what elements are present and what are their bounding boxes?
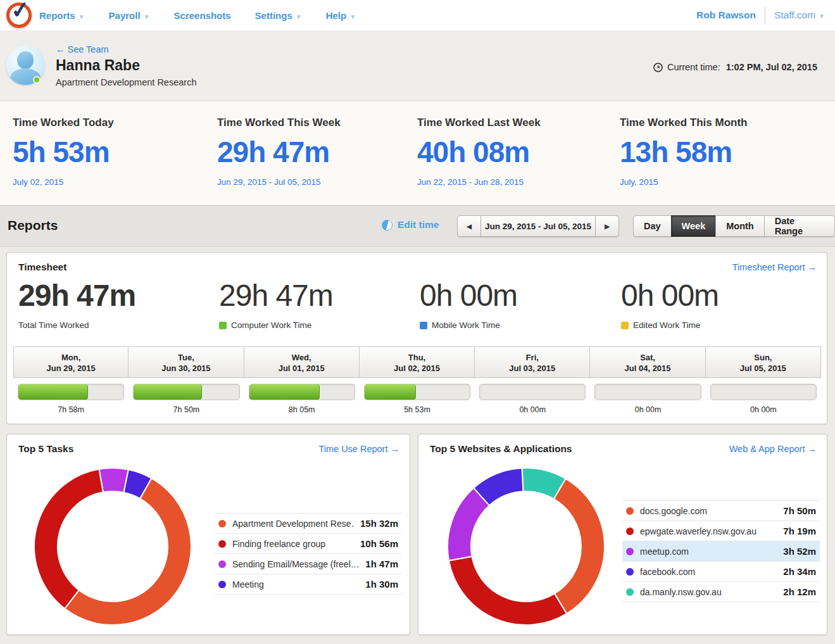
see-team-link[interactable]: ← See Team bbox=[56, 44, 109, 54]
day-name: Wed, bbox=[292, 353, 311, 362]
web-app-report-link[interactable]: Web & App Report → bbox=[729, 444, 817, 454]
computer-work-time-swatch bbox=[219, 322, 227, 329]
chevron-down-icon: ▼ bbox=[819, 13, 825, 20]
total-time-worked: 29h 47m Total Time Worked bbox=[18, 281, 135, 330]
top-navigation: ✓ Reports▼ Payroll▼ Screenshots Settings… bbox=[0, 0, 835, 30]
day-time-value: 5h 53m bbox=[360, 403, 475, 414]
current-time-label: Current time: bbox=[667, 62, 720, 72]
day-bar-cell bbox=[706, 378, 821, 403]
legend-value: 2h 34m bbox=[783, 566, 816, 577]
legend-row[interactable]: Apartment Development Rese…15h 32m bbox=[215, 514, 402, 534]
day-header-cell: Fri,Jul 03, 2015 bbox=[474, 346, 590, 378]
day-progress-fill bbox=[365, 384, 416, 400]
legend-value: 2h 12m bbox=[783, 586, 816, 597]
top-tasks-panel: Top 5 Tasks Time Use Report → Apartment … bbox=[6, 434, 410, 635]
day-date: Jun 29, 2015 bbox=[46, 363, 95, 373]
legend-row[interactable]: docs.google.com7h 50m bbox=[622, 501, 820, 521]
legend-label: docs.google.com bbox=[640, 506, 777, 516]
legend-row[interactable]: Finding freelance group10h 56m bbox=[215, 534, 402, 554]
websites-donut-chart bbox=[441, 461, 612, 632]
menu-item-settings[interactable]: Settings▼ bbox=[255, 10, 302, 21]
legend-label: Meeting bbox=[232, 579, 359, 590]
menu-item-reports[interactable]: Reports▼ bbox=[39, 10, 85, 21]
divider bbox=[765, 7, 765, 23]
donut-slice[interactable] bbox=[449, 557, 567, 625]
timesheet-title: Timesheet bbox=[18, 262, 66, 273]
legend-row[interactable]: Meeting1h 30m bbox=[215, 574, 402, 595]
app-logo-clock-icon[interactable]: ✓ bbox=[6, 3, 32, 28]
next-week-button[interactable]: ▶ bbox=[595, 215, 619, 237]
menu-item-screenshots[interactable]: Screenshots bbox=[174, 10, 231, 21]
computer-work-time: 29h 47m Computer Work Time bbox=[219, 281, 333, 330]
day-date: Jul 02, 2015 bbox=[394, 363, 440, 373]
edit-time-button[interactable]: Edit time bbox=[382, 219, 439, 230]
day-name: Mon, bbox=[61, 353, 80, 362]
legend-value: 7h 50m bbox=[783, 505, 816, 516]
weekday-bars-row bbox=[13, 378, 821, 403]
day-header-cell: Thu,Jul 02, 2015 bbox=[359, 346, 475, 378]
timesheet-report-link[interactable]: Timesheet Report → bbox=[732, 262, 817, 272]
top-tasks-title: Top 5 Tasks bbox=[18, 443, 73, 455]
day-header-cell: Sat,Jul 04, 2015 bbox=[589, 346, 705, 378]
legend-row[interactable]: Sending Email/Message (freel…1h 47m bbox=[215, 554, 402, 574]
edit-time-clock-icon bbox=[382, 220, 392, 230]
legend-label: epwgate.waverley.nsw.gov.au bbox=[640, 526, 777, 536]
legend-label: meetup.com bbox=[640, 546, 777, 557]
day-bar-cell bbox=[360, 378, 475, 403]
legend-dot-icon bbox=[626, 527, 634, 535]
legend-row[interactable]: meetup.com3h 52m bbox=[622, 541, 820, 562]
date-range-display[interactable]: Jun 29, 2015 - Jul 05, 2015 bbox=[480, 215, 596, 237]
legend-dot-icon bbox=[626, 568, 634, 576]
weekday-header-row: Mon,Jun 29, 2015Tue,Jun 30, 2015Wed,Jul … bbox=[13, 346, 821, 378]
day-header-cell: Sun,Jul 05, 2015 bbox=[705, 346, 821, 378]
day-date: Jul 04, 2015 bbox=[625, 363, 671, 373]
reports-toolbar: Reports Edit time ◀ Jun 29, 2015 - Jul 0… bbox=[0, 205, 835, 247]
chevron-down-icon: ▼ bbox=[144, 13, 150, 20]
previous-week-button[interactable]: ◀ bbox=[457, 215, 481, 237]
donut-slice[interactable] bbox=[554, 479, 605, 614]
legend-dot-icon bbox=[626, 588, 634, 596]
account-menu[interactable]: Staff.com▼ bbox=[774, 9, 825, 21]
weekday-times-row: 7h 58m7h 50m8h 05m5h 53m0h 00m0h 00m0h 0… bbox=[13, 403, 821, 414]
day-time-value: 0h 00m bbox=[590, 403, 705, 414]
day-bar-cell bbox=[129, 378, 244, 403]
view-date-range-button[interactable]: Date Range bbox=[764, 215, 835, 237]
stat-time-last-week: Time Worked Last Week 40h 08m Jun 22, 20… bbox=[417, 117, 541, 187]
menu-item-help[interactable]: Help▼ bbox=[326, 10, 356, 21]
donut-slice[interactable] bbox=[34, 469, 103, 609]
day-header-cell: Mon,Jun 29, 2015 bbox=[13, 346, 129, 378]
day-time-value: 8h 05m bbox=[244, 403, 360, 414]
clock-icon bbox=[653, 63, 663, 72]
day-progress-track bbox=[249, 384, 355, 400]
current-time-value: 1:02 PM, Jul 02, 2015 bbox=[726, 62, 817, 72]
day-date: Jul 05, 2015 bbox=[740, 363, 786, 373]
legend-label: Apartment Development Rese… bbox=[232, 519, 354, 529]
legend-label: da.manly.nsw.gov.au bbox=[640, 587, 777, 597]
tasks-legend: Apartment Development Rese…15h 32mFindin… bbox=[215, 513, 402, 595]
view-week-button[interactable]: Week bbox=[671, 215, 717, 237]
current-user-link[interactable]: Rob Rawson bbox=[696, 9, 756, 21]
menu-item-payroll[interactable]: Payroll▼ bbox=[109, 10, 150, 21]
time-use-report-link[interactable]: Time Use Report → bbox=[318, 444, 399, 454]
stat-time-this-month: Time Worked This Month 13h 58m July, 201… bbox=[620, 117, 748, 187]
legend-row[interactable]: facebook.com2h 34m bbox=[622, 562, 820, 582]
day-header-cell: Tue,Jun 30, 2015 bbox=[128, 346, 244, 378]
day-progress-fill bbox=[249, 384, 320, 400]
day-time-value: 0h 00m bbox=[706, 403, 821, 414]
view-day-button[interactable]: Day bbox=[633, 215, 672, 237]
day-progress-fill bbox=[134, 384, 202, 400]
legend-value: 7h 19m bbox=[783, 526, 816, 536]
day-progress-track bbox=[364, 384, 470, 400]
day-date: Jul 03, 2015 bbox=[509, 363, 555, 373]
day-time-value: 7h 58m bbox=[13, 403, 129, 414]
legend-dot-icon bbox=[218, 560, 226, 568]
view-month-button[interactable]: Month bbox=[715, 215, 764, 237]
day-progress-track bbox=[18, 384, 124, 400]
legend-row[interactable]: da.manly.nsw.gov.au2h 12m bbox=[622, 582, 820, 602]
legend-dot-icon bbox=[626, 507, 634, 515]
chevron-down-icon: ▼ bbox=[78, 13, 85, 20]
day-progress-track bbox=[594, 384, 701, 400]
top-websites-panel: Top 5 Websites & Applications Web & App … bbox=[418, 434, 827, 635]
legend-row[interactable]: epwgate.waverley.nsw.gov.au7h 19m bbox=[622, 521, 820, 541]
timesheet-panel: Timesheet Timesheet Report → 29h 47m Tot… bbox=[6, 252, 827, 424]
